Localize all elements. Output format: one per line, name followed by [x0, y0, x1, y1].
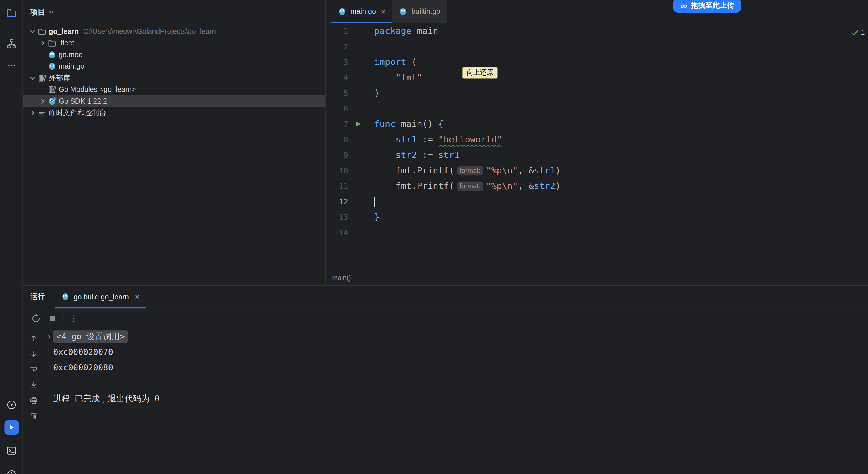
- fold-arrow-icon[interactable]: ›: [46, 329, 53, 345]
- print-button[interactable]: [23, 392, 45, 408]
- prev-occurrence-button[interactable]: [23, 330, 45, 346]
- soft-wrap-button[interactable]: [23, 361, 45, 377]
- code-line-14[interactable]: 14: [326, 225, 868, 240]
- code-line-12[interactable]: 12: [326, 194, 868, 209]
- tree-item-Go-Modules-go_learn-[interactable]: Go Modules <go_learn>: [23, 84, 325, 95]
- tree-item-path: C:\Users\meowr\GolandProjects\go_learn: [83, 27, 216, 35]
- chevron-down-icon[interactable]: [28, 73, 38, 82]
- code-line-2[interactable]: 2: [326, 39, 868, 54]
- code-line-6[interactable]: 6: [326, 101, 868, 116]
- chevron-right-icon[interactable]: [38, 97, 48, 106]
- upload-hint-label: 拖拽至此上传: [691, 1, 734, 11]
- gutter-spacer: [348, 147, 374, 163]
- breadcrumb[interactable]: main(): [326, 270, 868, 285]
- console-chip[interactable]: <4 go 设置调用>: [53, 330, 128, 343]
- stop-icon: [48, 314, 58, 324]
- code-line-9[interactable]: 9 str2 := str1: [326, 147, 868, 163]
- code-line-3[interactable]: 3import (: [326, 54, 868, 70]
- tree-item-label: Go SDK 1.22.2: [59, 97, 107, 105]
- inspections-widget[interactable]: 1: [851, 29, 865, 36]
- run-tool-icon[interactable]: [4, 420, 19, 435]
- project-panel-title: 项目: [30, 7, 45, 17]
- go-badge-icon: 0: [48, 97, 59, 106]
- rerun-icon: [31, 314, 41, 324]
- chevron-down-icon: [48, 8, 55, 16]
- project-panel-header[interactable]: 项目: [23, 0, 326, 24]
- tree-item-Go-SDK-1.22.2[interactable]: 0Go SDK 1.22.2: [23, 95, 325, 107]
- run-config-tab[interactable]: go build go_learn ×: [55, 286, 146, 308]
- scroll-to-end-button[interactable]: [23, 377, 45, 392]
- tree-item-外部库[interactable]: 外部库: [23, 72, 325, 84]
- rerun-button[interactable]: [30, 313, 42, 324]
- line-number: 1: [326, 23, 348, 39]
- gutter-spacer: [348, 194, 374, 209]
- project-panel: 项目 go_learnC:\Users\meowr\GolandProjects…: [23, 0, 326, 285]
- line-number: 11: [326, 178, 348, 194]
- problems-tool-icon[interactable]: [0, 466, 23, 474]
- arrow-up-icon: [29, 334, 38, 343]
- tree-item-label: 临时文件和控制台: [49, 108, 106, 118]
- tree-item-go_learn[interactable]: go_learnC:\Users\meowr\GolandProjects\go…: [23, 26, 325, 37]
- terminal-icon: [6, 446, 17, 455]
- go-icon: [48, 62, 59, 70]
- code-area[interactable]: 1package main23import (4 "fmt"5)67func m…: [326, 23, 868, 270]
- next-occurrence-button[interactable]: [23, 346, 45, 361]
- code-line-5[interactable]: 5): [326, 85, 868, 101]
- stop-button[interactable]: [47, 313, 58, 324]
- tree-item-label: go_learn: [49, 27, 79, 35]
- svg-text:0: 0: [54, 97, 55, 100]
- folder-icon: [6, 7, 17, 19]
- inlay-hint: format:: [457, 182, 483, 191]
- tree-item-.fleet[interactable]: .fleet: [23, 37, 325, 49]
- code-line-8[interactable]: 8 str1 := "helloworld": [326, 132, 868, 147]
- gutter-spacer: [348, 85, 374, 101]
- code-line-4[interactable]: 4 "fmt": [326, 70, 868, 85]
- inspection-count: 1: [861, 29, 865, 36]
- more-tool-windows-icon[interactable]: [0, 57, 23, 74]
- code-line-10[interactable]: 10 fmt.Printf(format:"%p\n", &str1): [326, 163, 868, 178]
- terminal-tool-icon[interactable]: [0, 442, 23, 459]
- chevron-right-icon[interactable]: [28, 108, 38, 117]
- gutter-spacer: [348, 23, 374, 39]
- gutter-spacer: [348, 54, 374, 70]
- trash-icon: [29, 411, 38, 420]
- line-number: 9: [326, 147, 348, 163]
- close-tab-icon[interactable]: ×: [381, 7, 385, 16]
- toolbar-separator: [64, 314, 64, 324]
- console-line-1: ›<4 go 设置调用>: [53, 329, 868, 345]
- line-number: 3: [326, 54, 348, 70]
- tree-item-go.mod[interactable]: go.mod: [23, 49, 325, 60]
- run-gutter-button[interactable]: [348, 116, 374, 132]
- tab-builtin-go[interactable]: builtin.go: [392, 0, 447, 23]
- tree-item-main.go[interactable]: main.go: [23, 60, 325, 72]
- close-tab-icon[interactable]: ×: [135, 292, 140, 301]
- code-line-7[interactable]: 7func main() {: [326, 116, 868, 132]
- arrow-down-icon: [29, 349, 38, 358]
- code-line-13[interactable]: 13}: [326, 209, 868, 225]
- run-panel: 运行 go build go_learn × ⋮: [23, 285, 868, 474]
- structure-tool-icon[interactable]: [0, 35, 23, 52]
- lib-icon: [48, 85, 59, 94]
- hint-popup: 向上还原: [462, 67, 497, 78]
- chevron-down-icon[interactable]: [28, 27, 38, 36]
- more-options-icon[interactable]: ⋮: [70, 314, 78, 324]
- clear-console-button[interactable]: [23, 408, 45, 423]
- project-tree: go_learnC:\Users\meowr\GolandProjects\go…: [23, 26, 325, 119]
- tab-label: builtin.go: [412, 7, 440, 16]
- gutter-spacer: [348, 178, 374, 194]
- console-output[interactable]: ›<4 go 设置调用>0xc0000200700xc000020080 进程 …: [53, 329, 868, 407]
- goland-window: 项目 go_learnC:\Users\meowr\GolandProjects…: [0, 0, 868, 474]
- upload-overlay[interactable]: ∞ 拖拽至此上传: [673, 0, 741, 12]
- services-tool-icon[interactable]: [0, 396, 23, 413]
- tab-main-go[interactable]: main.go ×: [331, 0, 392, 23]
- chevron-right-icon[interactable]: [38, 38, 48, 48]
- breadcrumb-item[interactable]: main(): [332, 274, 351, 282]
- code-line-1[interactable]: 1package main: [326, 23, 868, 39]
- ellipsis-icon: [6, 60, 17, 70]
- project-tool-icon[interactable]: [0, 4, 23, 21]
- tree-item-临时文件和控制台[interactable]: 临时文件和控制台: [23, 107, 325, 118]
- infinity-icon: ∞: [680, 1, 687, 10]
- gutter-spacer: [348, 225, 374, 240]
- code-line-11[interactable]: 11 fmt.Printf(format:"%p\n", &str2): [326, 178, 868, 194]
- line-number: 6: [326, 101, 348, 116]
